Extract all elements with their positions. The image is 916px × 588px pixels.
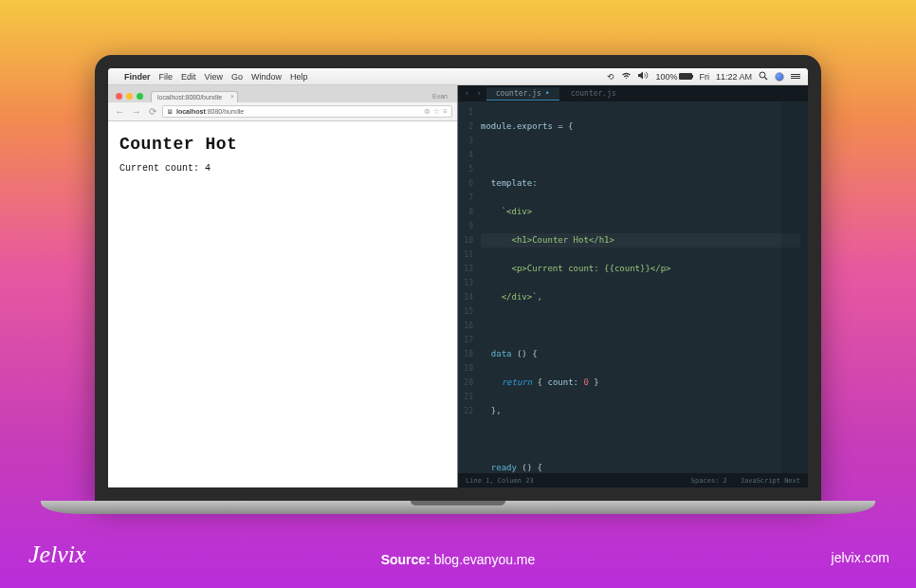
svg-line-1: [764, 77, 767, 80]
browser-user-label[interactable]: Evan: [432, 93, 448, 100]
reader-icon[interactable]: ⊜: [424, 107, 431, 116]
tab-close-icon[interactable]: ×: [230, 93, 234, 100]
window-minimize-button[interactable]: [126, 93, 133, 100]
status-language[interactable]: JavaScript Next: [741, 477, 800, 485]
editor-nav-back-icon[interactable]: ‹: [462, 89, 472, 98]
browser-tab[interactable]: localhost:8080/bundle ×: [151, 91, 238, 102]
nav-reload-button[interactable]: ⟳: [147, 106, 158, 117]
editor-tab-inactive[interactable]: counter.js: [561, 87, 626, 100]
editor-nav-forward-icon[interactable]: ›: [474, 89, 485, 98]
siri-icon[interactable]: [775, 72, 784, 82]
bookmark-icon[interactable]: ☆: [433, 107, 440, 116]
menubar-day[interactable]: Fri: [699, 72, 709, 82]
counter-value: 4: [205, 163, 211, 174]
nav-back-button[interactable]: ←: [113, 106, 126, 117]
spotlight-icon[interactable]: [759, 71, 768, 83]
menu-help[interactable]: Help: [290, 72, 308, 82]
menu-view[interactable]: View: [205, 72, 223, 82]
battery-indicator[interactable]: 100%: [655, 72, 692, 82]
svg-point-0: [760, 72, 765, 78]
window-maximize-button[interactable]: [137, 93, 143, 100]
notification-center-icon[interactable]: [791, 74, 800, 79]
editor-tabbar: ‹ › counter.js• counter.js: [458, 85, 808, 101]
browser-toolbar: ← → ⟳ 🗎 localhost:8080/bundle ⊜ ☆ ≡: [108, 102, 457, 121]
menu-window[interactable]: Window: [251, 72, 282, 82]
line-gutter: 12345678910111213141516171819202122: [458, 101, 479, 473]
code-area[interactable]: module.exports = { template: `<div> <h1>…: [479, 101, 808, 473]
battery-percent: 100%: [655, 72, 677, 82]
code-editor: ‹ › counter.js• counter.js 1234567891011…: [458, 85, 808, 487]
url-path: :8080/bundle: [206, 108, 244, 115]
status-spaces[interactable]: Spaces: 2: [691, 477, 727, 485]
editor-tab-active[interactable]: counter.js•: [486, 87, 559, 101]
brand-logo: Jelvix: [28, 541, 86, 569]
laptop-frame: Finder File Edit View Go Window Help ⟲: [95, 55, 821, 520]
wifi-icon[interactable]: [621, 72, 632, 82]
minimap[interactable]: [781, 101, 808, 473]
app-name[interactable]: Finder: [124, 72, 151, 82]
address-bar[interactable]: 🗎 localhost:8080/bundle ⊜ ☆ ≡: [162, 105, 452, 118]
macos-menubar: Finder File Edit View Go Window Help ⟲: [108, 68, 808, 85]
menu-file[interactable]: File: [159, 72, 174, 82]
url-domain: localhost: [176, 108, 206, 115]
menubar-time[interactable]: 11:22 AM: [716, 72, 752, 82]
status-position[interactable]: Line 1, Column 23: [466, 477, 534, 485]
window-close-button[interactable]: [116, 93, 122, 100]
page-viewport: Counter Hot Current count: 4: [108, 121, 457, 487]
editor-statusbar: Line 1, Column 23 Spaces: 2 JavaScript N…: [458, 473, 808, 487]
site-url: jelvix.com: [832, 550, 889, 565]
page-heading: Counter Hot: [119, 135, 446, 154]
source-attribution: Source: blog.evanyou.me: [381, 552, 536, 567]
url-file-icon: 🗎: [167, 108, 174, 115]
nav-forward-button[interactable]: →: [130, 106, 143, 117]
sync-icon[interactable]: ⟲: [607, 72, 614, 82]
browser-tabstrip: localhost:8080/bundle × Evan: [108, 85, 457, 102]
menu-edit[interactable]: Edit: [181, 72, 196, 82]
volume-icon[interactable]: [638, 71, 649, 82]
browser-window: localhost:8080/bundle × Evan ← → ⟳ 🗎 loc…: [108, 85, 458, 487]
urlbar-menu-icon[interactable]: ≡: [443, 107, 448, 116]
tab-title: localhost:8080/bundle: [157, 94, 222, 101]
menu-go[interactable]: Go: [231, 72, 243, 82]
counter-paragraph: Current count: 4: [119, 163, 446, 174]
